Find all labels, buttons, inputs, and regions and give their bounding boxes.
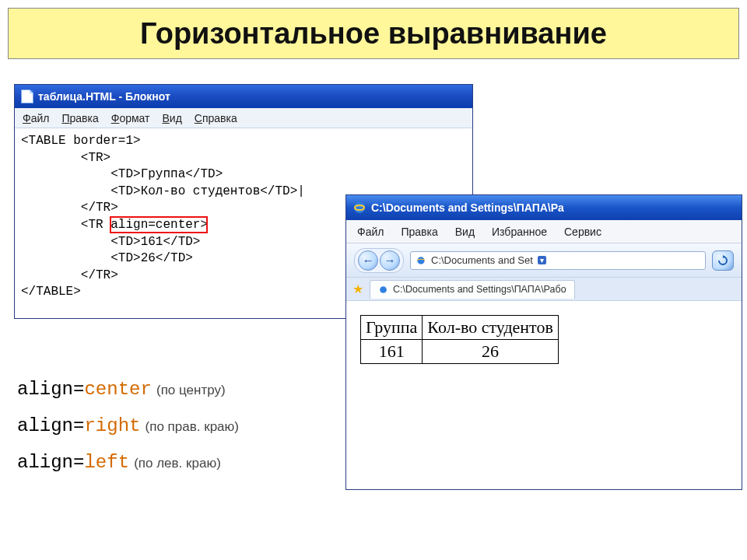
legend-key: align= <box>17 415 84 436</box>
slide: Горизонтальное выравнивание таблица.HTML… <box>0 0 747 560</box>
td-count: 26 <box>423 340 558 364</box>
refresh-icon <box>717 255 728 266</box>
ie-menu-file[interactable]: Файл <box>357 226 384 238</box>
table-row: 161 26 <box>361 340 559 364</box>
sample-table: Группа Кол-во студентов 161 26 <box>360 315 559 364</box>
notepad-titlebar[interactable]: таблица.HTML - Блокнот <box>15 85 472 108</box>
td-group: 161 <box>361 340 423 364</box>
code-line-9: </TABLE> <box>21 285 81 299</box>
highlight-box <box>110 216 208 233</box>
ie-window: C:\Documents and Settings\ПАПА\Ра Файл П… <box>345 194 742 490</box>
legend-val: center <box>84 379 151 400</box>
code-line-0: <TABLE border=1> <box>21 134 141 148</box>
address-bar[interactable]: C:\Documents and Set ▾ <box>410 251 706 270</box>
legend-key: align= <box>17 452 84 473</box>
menu-view[interactable]: Вид <box>162 112 181 124</box>
notepad-menu: Файл Правка Формат Вид Справка <box>15 108 472 128</box>
ie-icon-tab <box>378 285 388 295</box>
code-line-2: <TD>Группа</TD> <box>21 167 223 181</box>
browser-tab[interactable]: C:\Documents and Settings\ПАПА\Рабо <box>370 280 575 299</box>
svg-point-2 <box>380 286 387 293</box>
code-line-7: <TD>26</TD> <box>21 251 193 265</box>
ie-titlebar[interactable]: C:\Documents and Settings\ПАПА\Ра <box>346 195 742 220</box>
forward-button[interactable]: → <box>380 250 400 271</box>
legend-val: left <box>84 452 129 473</box>
th-group: Группа <box>361 316 423 340</box>
tab-label: C:\Documents and Settings\ПАПА\Рабо <box>393 284 566 295</box>
code-line-3: <TD>Кол-во студентов</TD>| <box>21 184 305 198</box>
svg-point-0 <box>354 202 365 213</box>
legend-key: align= <box>17 379 84 400</box>
ie-tabstrip: ★ C:\Documents and Settings\ПАПА\Рабо <box>346 278 742 301</box>
ie-toolbar: ← → C:\Documents and Set ▾ <box>346 243 742 278</box>
slide-title-bar: Горизонтальное выравнивание <box>8 8 739 59</box>
table-row: Группа Кол-во студентов <box>361 316 559 340</box>
ie-icon <box>352 201 366 215</box>
refresh-button[interactable] <box>712 250 734 271</box>
legend-row: align=left (по лев. краю) <box>17 445 239 481</box>
code-line-4: </TR> <box>21 201 118 215</box>
ie-menu-edit[interactable]: Правка <box>401 226 437 238</box>
legend-desc: (по прав. краю) <box>146 419 239 434</box>
legend-desc: (по центру) <box>156 383 226 397</box>
svg-point-1 <box>417 257 424 264</box>
menu-edit[interactable]: Правка <box>61 112 98 124</box>
ie-menu-fav[interactable]: Избранное <box>492 226 547 238</box>
ie-icon-small <box>416 255 426 266</box>
th-count: Кол-во студентов <box>423 316 558 340</box>
ie-body: Группа Кол-во студентов 161 26 <box>346 301 742 489</box>
code-line-8: </TR> <box>21 268 118 282</box>
address-dropdown-icon[interactable]: ▾ <box>538 256 546 264</box>
ie-menu-view[interactable]: Вид <box>455 226 475 238</box>
menu-format[interactable]: Формат <box>111 112 150 124</box>
notepad-title-text: таблица.HTML - Блокнот <box>38 90 170 103</box>
code-line-1: <TR> <box>21 151 110 165</box>
menu-help[interactable]: Справка <box>195 112 237 124</box>
align-legend: align=center (по центру) align=right (по… <box>17 372 239 481</box>
back-button[interactable]: ← <box>358 250 378 271</box>
legend-row: align=right (по прав. краю) <box>17 408 239 445</box>
document-icon <box>21 89 33 103</box>
legend-val: right <box>84 415 140 436</box>
favorites-star-icon[interactable]: ★ <box>352 282 363 296</box>
ie-menu-tools[interactable]: Сервис <box>564 226 601 238</box>
legend-row: align=center (по центру) <box>17 372 239 408</box>
legend-desc: (по лев. краю) <box>134 456 221 471</box>
ie-menu: Файл Правка Вид Избранное Сервис <box>346 220 742 243</box>
ie-title-text: C:\Documents and Settings\ПАПА\Ра <box>371 201 564 214</box>
menu-file[interactable]: Файл <box>23 112 49 124</box>
address-text: C:\Documents and Set <box>431 254 533 266</box>
slide-title: Горизонтальное выравнивание <box>140 17 607 51</box>
nav-group: ← → <box>354 248 404 273</box>
code-line-6: <TD>161</TD> <box>21 235 200 249</box>
